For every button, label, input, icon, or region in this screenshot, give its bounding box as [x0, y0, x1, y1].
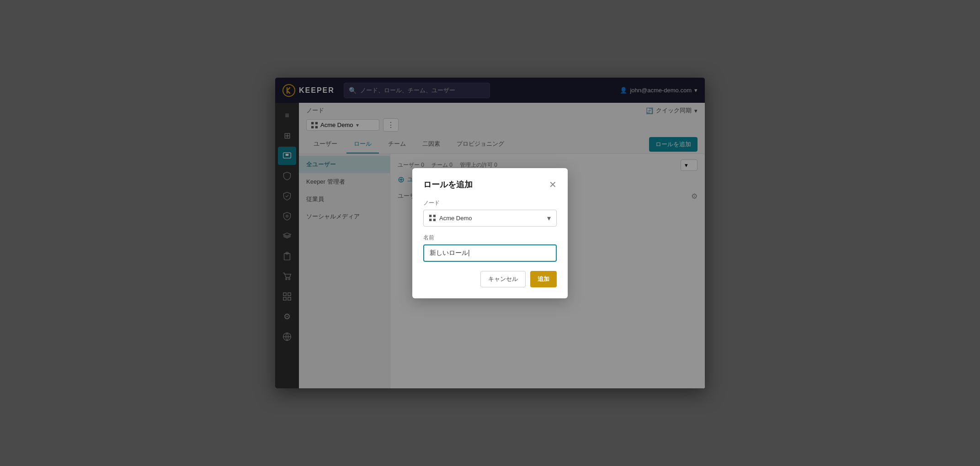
modal-header: ロールを追加 ✕: [423, 179, 557, 190]
name-field-label: 名前: [423, 234, 557, 242]
svg-rect-17: [429, 215, 431, 217]
modal-overlay: ロールを追加 ✕ ノード Acme Demo ▾ 名前 キャンセル 追加: [275, 78, 705, 388]
svg-rect-18: [433, 215, 436, 217]
svg-rect-19: [429, 219, 431, 221]
modal-node-chevron: ▾: [547, 214, 551, 222]
submit-button[interactable]: 追加: [530, 271, 557, 287]
svg-rect-20: [433, 219, 436, 221]
role-name-input[interactable]: [423, 244, 557, 262]
cancel-button[interactable]: キャンセル: [480, 271, 526, 287]
modal-close-button[interactable]: ✕: [549, 180, 557, 189]
modal-node-value: Acme Demo: [439, 215, 472, 222]
node-field-label: ノード: [423, 199, 557, 207]
app-window: KEEPER 🔍 ノード、ロール、チーム、ユーザー 👤 john@acme-de…: [275, 78, 705, 388]
modal-node-icon: [429, 215, 436, 221]
modal-title: ロールを追加: [423, 179, 473, 190]
add-role-modal: ロールを追加 ✕ ノード Acme Demo ▾ 名前 キャンセル 追加: [412, 168, 568, 298]
modal-actions: キャンセル 追加: [423, 271, 557, 287]
modal-node-selector[interactable]: Acme Demo ▾: [423, 210, 557, 227]
